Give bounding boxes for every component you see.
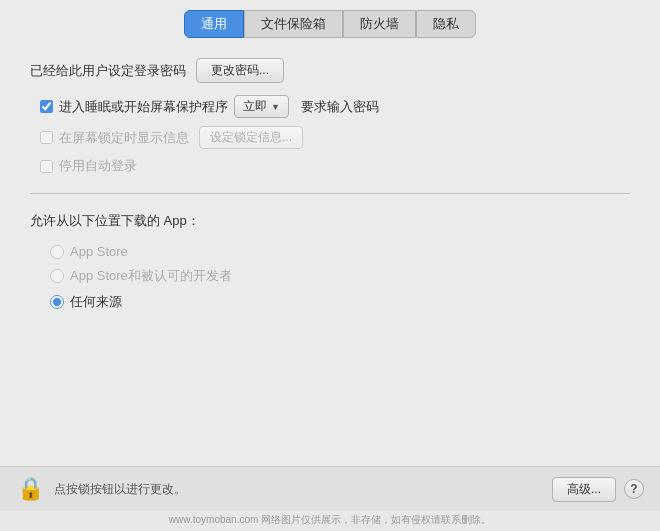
radio-row-anywhere: 任何来源 [50, 293, 630, 311]
sleep-dropdown-value: 立即 [243, 98, 267, 115]
advanced-button[interactable]: 高级... [552, 477, 616, 502]
tab-firewall[interactable]: 防火墙 [343, 10, 416, 38]
sleep-checkbox-row: 进入睡眠或开始屏幕保护程序 立即 ▼ 要求输入密码 [40, 95, 630, 118]
login-section: 已经给此用户设定登录密码 更改密码... [30, 58, 630, 83]
footer-right: 高级... ? [552, 477, 644, 502]
dropdown-arrow-icon: ▼ [271, 102, 280, 112]
lock-icon: 🔒 [17, 476, 44, 502]
tab-bar: 通用 文件保险箱 防火墙 隐私 [0, 0, 660, 38]
radio-row-appstore-devs: App Store和被认可的开发者 [50, 267, 630, 285]
change-password-button[interactable]: 更改密码... [196, 58, 284, 83]
radio-appstore-devs-label: App Store和被认可的开发者 [70, 267, 232, 285]
tab-filevault[interactable]: 文件保险箱 [244, 10, 343, 38]
auto-login-checkbox-row: 停用自动登录 [40, 157, 630, 175]
radio-anywhere-label: 任何来源 [70, 293, 122, 311]
tab-privacy[interactable]: 隐私 [416, 10, 476, 38]
lock-screen-label: 在屏幕锁定时显示信息 [59, 129, 189, 147]
auto-login-checkbox[interactable] [40, 160, 53, 173]
radio-anywhere[interactable] [50, 295, 64, 309]
login-label: 已经给此用户设定登录密码 [30, 62, 186, 80]
checkbox-section: 进入睡眠或开始屏幕保护程序 立即 ▼ 要求输入密码 在屏幕锁定时显示信息 设定锁… [30, 95, 630, 175]
footer-text: 点按锁按钮以进行更改。 [54, 481, 542, 498]
radio-appstore[interactable] [50, 245, 64, 259]
help-button[interactable]: ? [624, 479, 644, 499]
watermark: www.toymoban.com 网络图片仅供展示，非存储，如有侵权请联系删除。 [0, 511, 660, 531]
set-lock-info-button: 设定锁定信息... [199, 126, 303, 149]
radio-appstore-devs[interactable] [50, 269, 64, 283]
main-content: 已经给此用户设定登录密码 更改密码... 进入睡眠或开始屏幕保护程序 立即 ▼ … [0, 38, 660, 466]
auto-login-label: 停用自动登录 [59, 157, 137, 175]
radio-row-appstore: App Store [50, 244, 630, 259]
lock-screen-checkbox-row: 在屏幕锁定时显示信息 设定锁定信息... [40, 126, 630, 149]
divider [30, 193, 630, 194]
lock-button[interactable]: 🔒 [16, 475, 44, 503]
download-section: 允许从以下位置下载的 App： App Store App Store和被认可的… [30, 212, 630, 311]
footer: 🔒 点按锁按钮以进行更改。 高级... ? [0, 466, 660, 511]
download-title: 允许从以下位置下载的 App： [30, 212, 630, 230]
sleep-checkbox[interactable] [40, 100, 53, 113]
lock-screen-checkbox[interactable] [40, 131, 53, 144]
tab-general[interactable]: 通用 [184, 10, 244, 38]
radio-group: App Store App Store和被认可的开发者 任何来源 [30, 244, 630, 311]
sleep-dropdown[interactable]: 立即 ▼ [234, 95, 289, 118]
sleep-label: 进入睡眠或开始屏幕保护程序 [59, 98, 228, 116]
require-password-label: 要求输入密码 [301, 98, 379, 116]
radio-appstore-label: App Store [70, 244, 128, 259]
